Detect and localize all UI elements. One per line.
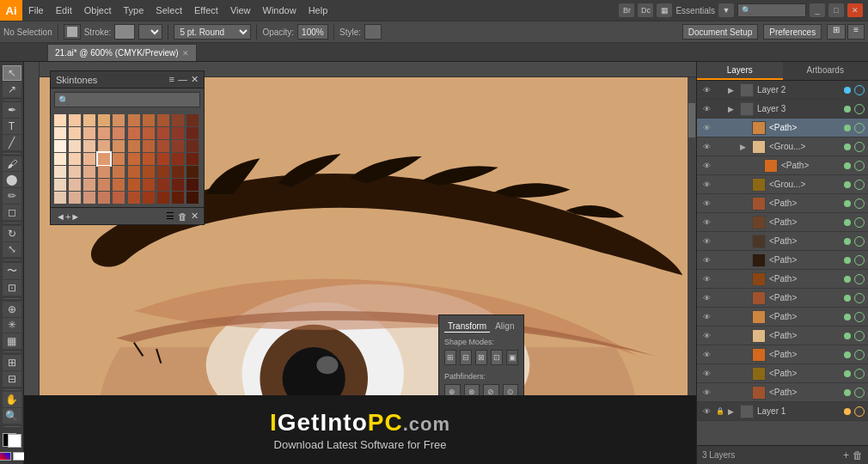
layers-tab[interactable]: Layers (697, 62, 783, 80)
lock-icon-8[interactable] (716, 235, 724, 247)
menu-effect[interactable]: Effect (188, 0, 224, 21)
layer-item-0[interactable]: 👁▶Layer 2 (697, 81, 868, 100)
swatch-69[interactable] (186, 192, 199, 204)
layer-item-16[interactable]: 👁<Path> (697, 383, 868, 402)
swatch-delete-icon[interactable]: 🗑 (178, 211, 187, 222)
layer-options-17[interactable] (854, 406, 865, 417)
layer-options-14[interactable] (854, 350, 865, 360)
unite-button[interactable]: ⊞ (444, 350, 456, 365)
visibility-icon-0[interactable]: 👁 (700, 84, 712, 96)
layer-item-1[interactable]: 👁▶Layer 3 (697, 100, 868, 119)
visibility-icon-6[interactable]: 👁 (700, 198, 712, 210)
lock-icon-4[interactable] (716, 160, 724, 172)
swatch-62[interactable] (83, 192, 95, 204)
swatch-47[interactable] (157, 166, 169, 178)
swatch-next-icon[interactable]: ► (70, 211, 80, 222)
layer-item-13[interactable]: 👁<Path> (697, 327, 868, 345)
swatch-19[interactable] (186, 127, 199, 139)
canvas-area[interactable]: Skintones ≡ — ✕ ◄ + ► ☰ 🗑 ✕ (24, 62, 696, 464)
maximize-icon[interactable]: □ (828, 3, 844, 17)
layer-options-6[interactable] (854, 198, 865, 209)
scale-tool[interactable]: ⤡ (3, 242, 21, 258)
skintones-minimize-icon[interactable]: — (178, 74, 187, 85)
swatch-66[interactable] (143, 192, 155, 204)
stroke-swatch[interactable] (114, 24, 135, 40)
lock-icon-11[interactable] (716, 292, 724, 304)
swatch-51[interactable] (69, 179, 81, 191)
visibility-icon-12[interactable]: 👁 (700, 311, 712, 323)
swatch-64[interactable] (113, 192, 125, 204)
swatch-31[interactable] (69, 153, 81, 165)
expand-arrow-0[interactable]: ▶ (728, 86, 737, 95)
stroke-type-select[interactable] (138, 24, 162, 40)
opacity-input[interactable] (297, 24, 328, 40)
swatch-34[interactable] (113, 153, 125, 165)
zoom-tool[interactable]: 🔍 (3, 408, 21, 424)
swatch-60[interactable] (54, 192, 66, 204)
menu-help[interactable]: Help (303, 0, 334, 21)
swatch-37[interactable] (157, 153, 169, 165)
device-central-icon[interactable]: Dc (638, 3, 653, 17)
layer-options-1[interactable] (854, 104, 865, 114)
skintones-close-icon[interactable]: ✕ (191, 74, 199, 85)
minus-button[interactable]: ⊟ (460, 350, 472, 365)
swatch-18[interactable] (172, 127, 184, 139)
swatch-2[interactable] (83, 114, 95, 126)
brush-size-select[interactable]: 5 pt. Round3 pt. Round9 pt. Round (174, 24, 251, 40)
swatch-58[interactable] (172, 179, 184, 191)
lock-icon-7[interactable] (716, 217, 724, 229)
layer-item-7[interactable]: 👁<Path> (697, 213, 868, 232)
layer-options-9[interactable] (854, 255, 865, 266)
layer-options-2[interactable] (854, 123, 865, 133)
stroke-dropdown[interactable] (138, 24, 162, 40)
swatch-68[interactable] (172, 192, 184, 204)
tab-close-icon[interactable]: ✕ (182, 49, 189, 58)
swatch-29[interactable] (186, 140, 199, 152)
slice-tool[interactable]: ⊟ (3, 371, 21, 387)
layer-options-10[interactable] (854, 274, 865, 284)
artboard-tool[interactable]: ⊞ (3, 355, 21, 370)
lock-icon-0[interactable] (716, 84, 724, 96)
layer-item-11[interactable]: 👁<Path> (697, 289, 868, 308)
delete-layer-icon[interactable]: 🗑 (853, 449, 863, 461)
swatch-26[interactable] (143, 140, 155, 152)
swatch-35[interactable] (128, 153, 140, 165)
swatch-27[interactable] (157, 140, 169, 152)
expand-arrow-3[interactable]: ▶ (740, 143, 749, 151)
visibility-icon-16[interactable]: 👁 (700, 387, 712, 399)
visibility-icon-13[interactable]: 👁 (700, 330, 712, 342)
swatch-20[interactable] (54, 140, 66, 152)
lock-icon-17[interactable]: 🔒 (716, 406, 724, 418)
layer-item-9[interactable]: 👁<Path> (697, 251, 868, 270)
layer-options-7[interactable] (854, 217, 865, 228)
visibility-icon-3[interactable]: 👁 (700, 141, 712, 153)
transform-tab[interactable]: Transform (444, 321, 490, 333)
exclude-button[interactable]: ⊡ (491, 350, 503, 365)
swatch-1[interactable] (69, 114, 81, 126)
visibility-icon-17[interactable]: 👁 (700, 406, 712, 418)
swatch-49[interactable] (186, 166, 199, 178)
swatch-12[interactable] (83, 127, 95, 139)
swatch-67[interactable] (157, 192, 169, 204)
visibility-icon-15[interactable]: 👁 (700, 368, 712, 380)
skintones-search-input[interactable] (54, 92, 200, 107)
swatch-46[interactable] (143, 166, 155, 178)
visibility-icon-2[interactable]: 👁 (700, 122, 712, 134)
arrange-icon[interactable]: ▦ (657, 3, 672, 17)
new-layer-icon[interactable]: + (843, 449, 849, 461)
swatch-23[interactable] (98, 140, 110, 152)
layer-item-2[interactable]: 👁<Path> (697, 119, 868, 137)
swatch-55[interactable] (128, 179, 140, 191)
layer-item-4[interactable]: 👁<Path> (697, 156, 868, 175)
direct-selection-tool[interactable]: ↗ (3, 82, 21, 97)
swatch-prev-icon[interactable]: ◄ (56, 211, 65, 222)
visibility-icon-10[interactable]: 👁 (700, 273, 712, 285)
swatch-44[interactable] (113, 166, 125, 178)
lock-icon-6[interactable] (716, 198, 724, 210)
layer-item-8[interactable]: 👁<Path> (697, 232, 868, 251)
preferences-button[interactable]: Preferences (763, 24, 822, 40)
menu-type[interactable]: Type (118, 0, 150, 21)
layer-options-12[interactable] (854, 312, 865, 322)
swatch-16[interactable] (143, 127, 155, 139)
layer-options-8[interactable] (854, 236, 865, 247)
